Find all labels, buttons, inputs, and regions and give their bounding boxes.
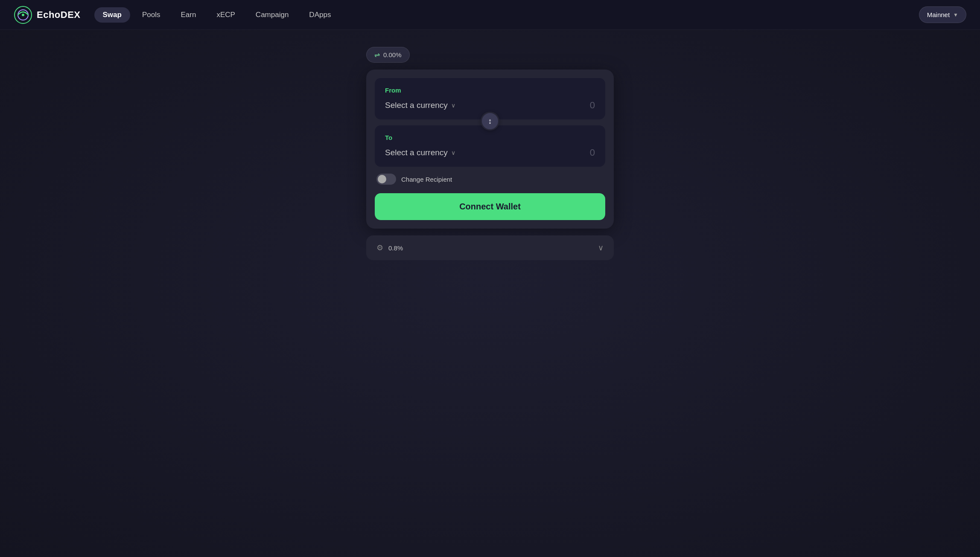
network-chevron-icon: ▼ <box>953 12 958 18</box>
logo[interactable]: EchoDEX <box>14 6 81 24</box>
settings-left: ⚙ 0.8% <box>376 243 403 252</box>
slippage-value: 0.00% <box>383 51 402 58</box>
from-label: From <box>385 87 595 94</box>
to-amount[interactable]: 0 <box>590 147 595 158</box>
to-currency-placeholder: Select a currency <box>385 148 448 157</box>
nav-item-campaign[interactable]: Campaign <box>247 7 298 23</box>
main-content: ⇌ 0.00% From Select a currency ∨ 0 ↕ <box>0 30 980 557</box>
nav-item-xecp[interactable]: xECP <box>208 7 243 23</box>
swap-direction-button[interactable]: ↕ <box>481 112 499 131</box>
nav-links: Swap Pools Earn xECP Campaign DApps <box>94 7 919 23</box>
to-chevron-down-icon: ∨ <box>451 149 455 156</box>
recipient-label: Change Recipient <box>401 176 452 183</box>
from-chevron-down-icon: ∨ <box>451 102 455 109</box>
connect-wallet-button[interactable]: Connect Wallet <box>375 193 605 220</box>
navbar: EchoDEX Swap Pools Earn xECP Campaign DA… <box>0 0 980 30</box>
from-currency-row: Select a currency ∨ 0 <box>385 100 595 111</box>
settings-row[interactable]: ⚙ 0.8% ∨ <box>366 235 614 260</box>
nav-item-swap[interactable]: Swap <box>94 7 130 23</box>
slippage-badge[interactable]: ⇌ 0.00% <box>366 47 410 63</box>
slippage-icon: ⇌ <box>374 51 380 59</box>
settings-icon: ⚙ <box>376 243 383 252</box>
logo-icon <box>14 6 32 24</box>
network-selector[interactable]: Mainnet ▼ <box>919 6 966 23</box>
to-currency-select[interactable]: Select a currency ∨ <box>385 148 455 157</box>
nav-item-pools[interactable]: Pools <box>134 7 169 23</box>
swap-card: From Select a currency ∨ 0 ↕ To <box>366 70 614 229</box>
currency-boxes: From Select a currency ∨ 0 ↕ To <box>375 78 605 167</box>
settings-chevron-icon: ∨ <box>598 243 604 252</box>
from-currency-select[interactable]: Select a currency ∨ <box>385 101 455 110</box>
nav-item-dapps[interactable]: DApps <box>300 7 339 23</box>
logo-text: EchoDEX <box>37 9 81 20</box>
from-amount[interactable]: 0 <box>590 100 595 111</box>
nav-item-earn[interactable]: Earn <box>172 7 204 23</box>
svg-point-2 <box>22 14 24 16</box>
from-currency-placeholder: Select a currency <box>385 101 448 110</box>
to-box: To Select a currency ∨ 0 <box>375 125 605 167</box>
to-label: To <box>385 134 595 141</box>
network-label: Mainnet <box>927 11 950 18</box>
swap-arrows-icon: ↕ <box>488 117 492 126</box>
recipient-row: Change Recipient <box>375 167 605 191</box>
settings-value: 0.8% <box>388 244 403 252</box>
to-currency-row: Select a currency ∨ 0 <box>385 147 595 158</box>
recipient-toggle[interactable] <box>376 174 396 185</box>
